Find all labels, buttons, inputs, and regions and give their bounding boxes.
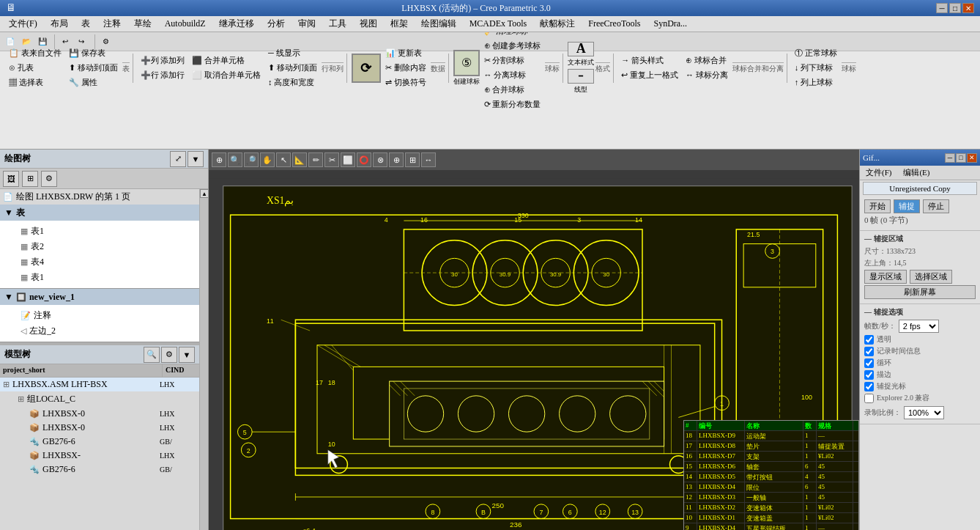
scroll-track[interactable]	[200, 198, 208, 530]
merge-balloon-btn[interactable]: ⊕ 合并球标	[481, 83, 544, 97]
capture-cursor-checkbox[interactable]	[864, 382, 874, 391]
menu-syndra[interactable]: SynDra...	[647, 17, 693, 31]
unmerge-cells-btn[interactable]: ⬜ 取消合并单元格	[189, 68, 264, 82]
text-style-btn[interactable]: A	[568, 42, 594, 56]
tree-options-btn[interactable]: ▼	[188, 151, 204, 167]
local-item[interactable]: ⊞ 组LOCAL_C	[0, 391, 199, 407]
delete-content-btn[interactable]: ✂ 删除内容	[382, 61, 429, 75]
lhxbsx0-item1[interactable]: 📦 LHXBSX-0 LHX	[0, 407, 199, 421]
left-panel-scrollbar[interactable]: ▲ ▼	[199, 189, 208, 530]
menu-sketch[interactable]: 草绘	[128, 16, 157, 32]
select-table-btn[interactable]: ▦ 选择表	[6, 76, 64, 89]
move-col-top-btn[interactable]: ⬆ 移动列顶面	[265, 61, 320, 75]
update-table-btn[interactable]: ⟳	[352, 54, 381, 83]
drawing-item[interactable]: 📄 绘图 LHXBSX.DRW 的第 1 页	[0, 189, 199, 205]
select-area-btn[interactable]: 选择区域	[910, 270, 952, 284]
table-item-1b[interactable]: ▦ 表1	[3, 270, 196, 285]
menu-freecreo[interactable]: FreeCreoTools	[582, 17, 646, 31]
tree-icon-3[interactable]: ⚙	[41, 171, 57, 187]
menu-file[interactable]: 文件(F)	[3, 16, 43, 32]
create-ref-balloon-btn[interactable]: ⊕ 创建参考球标	[481, 39, 544, 53]
menu-review[interactable]: 审阅	[292, 16, 322, 32]
pan-btn[interactable]: ✋	[260, 152, 275, 167]
update-table-label[interactable]: 📊 更新表	[382, 46, 429, 60]
explorer-checkbox[interactable]	[864, 394, 874, 403]
table-item-2[interactable]: ▦ 表2	[3, 239, 196, 254]
zoom-in-btn[interactable]: 🔍	[228, 152, 242, 167]
border-checkbox[interactable]	[864, 370, 874, 380]
menu-analysis[interactable]: 分析	[261, 16, 291, 32]
model-tree-settings-btn[interactable]: ⚙	[161, 347, 177, 363]
move-to-top-btn[interactable]: ⬆ 移动到顶面	[66, 61, 121, 75]
hole-table-btn[interactable]: ⊙ 孔表	[6, 61, 64, 75]
draw-btn-8[interactable]: ⊞	[405, 152, 420, 167]
draw-btn-3[interactable]: ✂	[324, 152, 339, 167]
add-col-btn[interactable]: ➕列 添加列	[138, 54, 188, 67]
gb276-item2[interactable]: 🔩 GB276-6 GB/	[0, 463, 199, 476]
right-minimize-btn[interactable]: ─	[945, 153, 955, 163]
toggle-symbol-btn[interactable]: ⇌ 切换符号	[382, 76, 429, 89]
select-btn[interactable]: ↖	[276, 152, 291, 167]
draw-btn-7[interactable]: ⊕	[389, 152, 404, 167]
menu-table[interactable]: 表	[75, 16, 96, 32]
lhxbsx0-item2[interactable]: 📦 LHXBSX-0 LHX	[0, 421, 199, 435]
model-tree-expand-btn[interactable]: ▼	[179, 347, 195, 363]
draw-btn-4[interactable]: ⬜	[341, 152, 355, 167]
record-ratio-select[interactable]: 100% 75% 50%	[904, 406, 944, 419]
merge-cells-btn[interactable]: ⬛ 合并单元格	[189, 54, 264, 67]
draw-btn-1[interactable]: 📐	[292, 152, 307, 167]
maximize-button[interactable]: □	[949, 3, 961, 13]
add-row-btn[interactable]: ➕行 添加行	[138, 68, 188, 82]
table-from-file-btn[interactable]: 📋 表来自文件	[6, 46, 64, 60]
clean-balloon-btn[interactable]: 🧹 清理球标	[481, 32, 544, 38]
right-menu-file[interactable]: 文件(F)	[863, 166, 894, 179]
redistribute-btn[interactable]: ⟳ 重新分布数量	[481, 97, 544, 111]
menu-tools[interactable]: 工具	[323, 16, 352, 32]
table-item-1[interactable]: ▦ 表1	[3, 224, 196, 239]
left-edge-item[interactable]: ◁ 左边_2	[3, 323, 196, 339]
zoom-fit-btn[interactable]: ⊕	[212, 152, 226, 167]
view-section-header[interactable]: ▼ 🔲 new_view_1	[0, 289, 199, 305]
right-maximize-btn[interactable]: □	[956, 153, 966, 163]
annotation-item[interactable]: 📝 注释	[3, 308, 196, 323]
gb276-item1[interactable]: 🔩 GB276-6 GB/	[0, 435, 199, 449]
tree-expand-btn[interactable]: ⤢	[170, 151, 186, 167]
lhxbsx-item[interactable]: 📦 LHXBSX- LHX	[0, 449, 199, 463]
arrow-style-btn[interactable]: → 箭头样式	[618, 54, 681, 67]
draw-btn-5[interactable]: ⭕	[357, 152, 371, 167]
tree-icon-2[interactable]: ⊞	[22, 171, 38, 187]
repeat-format-btn[interactable]: ↩ 重复上一格式	[618, 68, 681, 82]
menu-献貂[interactable]: 献貂标注	[534, 16, 581, 32]
draw-btn-6[interactable]: ⊗	[373, 152, 387, 167]
menu-inherit[interactable]: 继承迁移	[213, 16, 260, 32]
menu-mcadex[interactable]: MCADEx Tools	[464, 17, 533, 31]
scroll-up-btn[interactable]: ▲	[200, 189, 208, 198]
refresh-screen-btn[interactable]: 刷新屏幕	[864, 285, 976, 299]
menu-view[interactable]: 视图	[354, 16, 383, 32]
model-tree-filter-btn[interactable]: 🔍	[144, 347, 160, 363]
draw-btn-9[interactable]: ↔	[421, 152, 436, 167]
close-button[interactable]: ✕	[962, 3, 974, 13]
asm-item[interactable]: ⊞ LHXBSX.ASM LHT-BSX LHX	[0, 378, 199, 391]
start-btn[interactable]: 开始	[864, 199, 891, 213]
col-up-balloon-btn[interactable]: ↑ 列上球标	[792, 76, 840, 89]
right-close-btn[interactable]: ✕	[967, 153, 977, 163]
line-style-btn[interactable]: ━	[568, 69, 594, 84]
split-balloon-btn[interactable]: ✂ 分割球标	[481, 54, 544, 67]
balloon-separate-btn[interactable]: ↔ 球标分离	[683, 68, 731, 82]
loop-checkbox[interactable]	[864, 358, 874, 368]
col-down-balloon-btn[interactable]: ↓ 列下球标	[792, 61, 840, 75]
create-balloon-btn[interactable]: ⑤	[453, 50, 480, 76]
minimize-button[interactable]: ─	[936, 3, 948, 13]
capture-btn[interactable]: 辅捉	[894, 199, 920, 213]
line-display-btn[interactable]: ─ 线显示	[265, 46, 320, 60]
tree-icon-1[interactable]: 🖼	[3, 171, 19, 187]
menu-drawing-edit[interactable]: 绘图编辑	[415, 16, 462, 32]
normal-balloon-btn[interactable]: ① 正常球标	[792, 46, 840, 60]
draw-btn-2[interactable]: ✏	[308, 152, 323, 167]
table-item-4[interactable]: ▦ 表4	[3, 254, 196, 270]
show-area-btn[interactable]: 显示区域	[864, 270, 907, 284]
height-width-btn[interactable]: ↕ 高度和宽度	[265, 76, 320, 89]
stop-btn[interactable]: 停止	[923, 199, 949, 213]
table-section-header[interactable]: ▼ 表	[0, 205, 199, 221]
